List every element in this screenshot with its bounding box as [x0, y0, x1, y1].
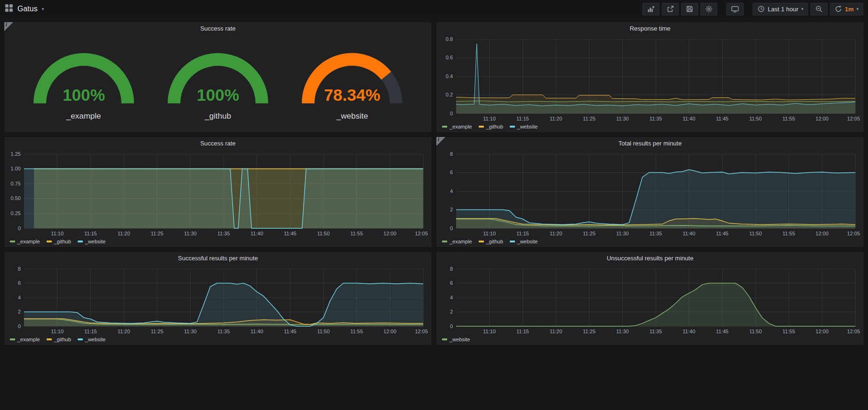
svg-text:11:40: 11:40: [683, 231, 695, 236]
refresh-interval-label: 1m: [845, 6, 854, 13]
svg-text:0: 0: [450, 225, 453, 231]
svg-text:100%: 100%: [197, 86, 239, 104]
panel-title[interactable]: Response time: [436, 22, 864, 34]
panel-info-corner[interactable]: i: [4, 22, 13, 31]
top-navbar: Gatus ▾: [0, 0, 868, 18]
success-rate-chart[interactable]: 00.250.500.751.001.2511:1011:1511:2011:2…: [7, 149, 429, 238]
legend-item[interactable]: _example: [10, 239, 40, 244]
total-results-chart[interactable]: 0246811:1011:1511:2011:2511:3011:3511:40…: [439, 149, 861, 238]
panel-title[interactable]: Success rate: [4, 137, 432, 149]
legend-item[interactable]: _example: [442, 124, 472, 129]
legend-item[interactable]: _example: [10, 337, 40, 342]
refresh-caret-icon: ▾: [856, 7, 859, 11]
svg-text:11:45: 11:45: [284, 231, 297, 236]
svg-text:11:30: 11:30: [616, 329, 629, 334]
add-panel-icon: [647, 5, 655, 13]
svg-text:8: 8: [450, 266, 453, 272]
panel-info-corner[interactable]: i: [436, 137, 445, 146]
svg-text:11:40: 11:40: [250, 329, 263, 334]
svg-text:12:00: 12:00: [816, 116, 829, 121]
svg-text:11:55: 11:55: [350, 231, 363, 236]
save-dashboard-button[interactable]: [681, 3, 698, 16]
panel-title[interactable]: Success rate: [4, 22, 432, 34]
svg-text:11:35: 11:35: [650, 116, 662, 121]
dashboard-settings-button[interactable]: [700, 3, 717, 16]
svg-text:11:20: 11:20: [550, 116, 563, 121]
svg-text:4: 4: [450, 188, 453, 194]
cycle-view-mode-button[interactable]: [726, 3, 744, 16]
svg-text:8: 8: [450, 151, 453, 157]
panel-title[interactable]: Successful results per minute: [4, 252, 432, 264]
svg-text:11:20: 11:20: [550, 329, 563, 334]
svg-text:11:40: 11:40: [683, 329, 695, 334]
chart-legend: _example_github_website: [4, 336, 432, 345]
svg-text:11:15: 11:15: [516, 329, 529, 334]
svg-text:12:00: 12:00: [816, 231, 829, 236]
successful-results-chart[interactable]: 0246811:1011:1511:2011:2511:3011:3511:40…: [7, 264, 429, 336]
time-range-label: Last 1 hour: [768, 6, 798, 13]
svg-text:11:30: 11:30: [616, 116, 629, 121]
svg-text:2: 2: [18, 309, 21, 314]
chart-svg: 00.250.500.751.001.2511:1011:1511:2011:2…: [7, 149, 429, 238]
svg-text:0.8: 0.8: [446, 36, 453, 42]
legend-item[interactable]: _website: [78, 239, 105, 244]
svg-text:6: 6: [18, 280, 21, 286]
legend-item[interactable]: _example: [442, 239, 472, 244]
add-panel-button[interactable]: [643, 3, 659, 16]
chart-legend: _example_github_website: [436, 238, 864, 247]
legend-item[interactable]: _github: [47, 337, 71, 342]
svg-text:11:15: 11:15: [516, 116, 529, 121]
svg-text:11:45: 11:45: [716, 329, 729, 334]
gauge-label: _website: [337, 112, 368, 121]
legend-item[interactable]: _website: [78, 337, 105, 342]
svg-text:2: 2: [450, 207, 453, 212]
svg-text:0: 0: [18, 323, 21, 329]
legend-item[interactable]: _website: [442, 337, 470, 342]
chart-legend: _example_github_website: [436, 123, 864, 132]
chart-legend: _example_github_website: [4, 238, 432, 247]
svg-text:11:35: 11:35: [650, 329, 662, 334]
legend-item[interactable]: _github: [479, 239, 503, 244]
refresh-picker[interactable]: 1m ▾: [830, 3, 863, 16]
time-range-picker[interactable]: Last 1 hour ▾: [753, 3, 808, 16]
svg-text:0.2: 0.2: [446, 92, 453, 97]
chart-svg: 0246811:1011:1511:2011:2511:3011:3511:40…: [439, 149, 861, 238]
svg-text:12:05: 12:05: [847, 231, 860, 236]
dashboard-caret-icon[interactable]: ▾: [42, 7, 44, 11]
panel-success-rate-gauges: i Success rate 100% _example 100% _githu…: [4, 22, 432, 133]
svg-text:12:00: 12:00: [816, 329, 829, 334]
svg-text:4: 4: [18, 295, 21, 300]
response-time-chart[interactable]: 00.20.40.60.811:1011:1511:2011:2511:3011…: [439, 34, 861, 123]
gauge-row: 100% _example 100% _github 78.34% _websi…: [4, 34, 432, 132]
svg-text:11:50: 11:50: [317, 231, 330, 236]
share-dashboard-button[interactable]: [662, 3, 679, 16]
svg-text:11:10: 11:10: [51, 231, 64, 236]
panel-total-results: i Total results per minute 0246811:1011:…: [436, 137, 864, 248]
chart-legend: _website: [436, 336, 864, 345]
unsuccessful-results-chart[interactable]: 0246811:1011:1511:2011:2511:3011:3511:40…: [439, 264, 861, 336]
gauge-arc: 100%: [158, 44, 278, 110]
legend-item[interactable]: _github: [47, 239, 71, 244]
tv-icon: [731, 5, 739, 13]
svg-text:6: 6: [450, 169, 453, 175]
legend-item[interactable]: _website: [510, 124, 538, 129]
svg-text:2: 2: [450, 309, 453, 314]
gauge-label: _github: [205, 112, 231, 121]
gauge-github: 100% _github: [158, 44, 278, 121]
svg-text:11:35: 11:35: [217, 231, 230, 236]
dashboard-title[interactable]: Gatus: [17, 5, 38, 13]
panel-title[interactable]: Unsuccessful results per minute: [436, 252, 864, 264]
dashboard-grid-icon[interactable]: [5, 4, 13, 14]
svg-text:11:10: 11:10: [483, 231, 496, 236]
legend-item[interactable]: _website: [510, 239, 538, 244]
gauge-label: _example: [66, 112, 101, 121]
panel-successful-results: Successful results per minute 0246811:10…: [4, 251, 432, 346]
svg-text:0.4: 0.4: [446, 73, 453, 79]
svg-text:11:25: 11:25: [583, 329, 595, 334]
panel-title[interactable]: Total results per minute: [436, 137, 864, 149]
panel-success-rate-timeseries: Success rate 00.250.500.751.001.2511:101…: [4, 137, 432, 248]
gauge-arc: 78.34%: [292, 44, 412, 110]
legend-item[interactable]: _github: [479, 124, 503, 129]
svg-text:11:50: 11:50: [749, 329, 762, 334]
zoom-out-button[interactable]: [811, 3, 828, 16]
